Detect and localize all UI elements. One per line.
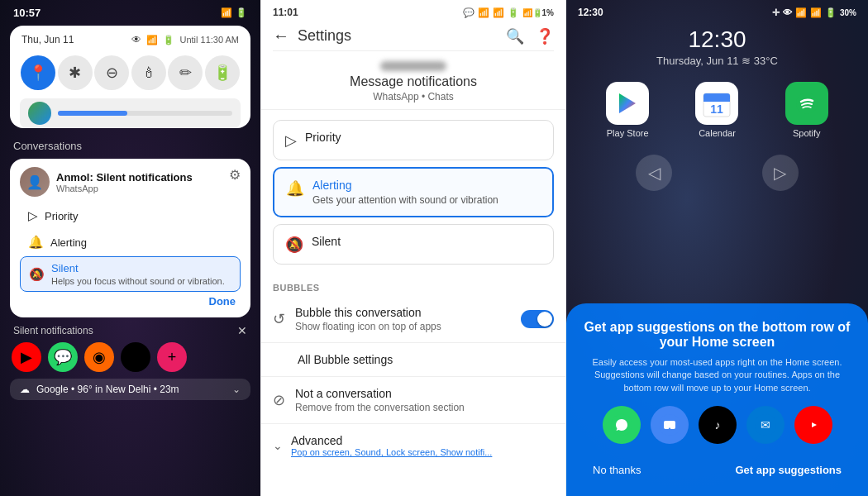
p2-bubble-title: Bubble this conversation	[295, 306, 511, 319]
p3-time-display: 12:30	[566, 26, 868, 53]
p1-date-row: Thu, Jun 11 👁 📶 🔋 Until 11:30 AM	[10, 26, 250, 50]
p2-bubble-content: Bubble this conversation Show floating i…	[295, 306, 511, 332]
p3-battery-icon: 🔋	[825, 7, 837, 18]
p2-toolbar-icons: 🔍 ❓	[506, 27, 554, 45]
done-button[interactable]: Done	[209, 295, 236, 308]
p2-not-convo-sub: Remove from the conversation section	[295, 402, 554, 413]
tile-dnd[interactable]: ⊖	[94, 55, 129, 90]
p2-battery-pct: 📶🔋1%	[522, 8, 554, 17]
avatar: 👤	[20, 167, 50, 197]
p1-done-row: Done	[20, 292, 241, 309]
panel-homescreen: 12:30 ✛ 👁 📶 📶 🔋 30% 12:30 Thursday, Jun …	[566, 0, 868, 496]
no-thanks-button[interactable]: No thanks	[583, 457, 651, 483]
p2-all-bubble-row[interactable]: All Bubble settings	[261, 343, 565, 377]
alerting-icon: 🔔	[286, 179, 304, 198]
p1-weather-bar: ☁ Google • 96° in New Delhi • 23m ⌄	[10, 379, 250, 400]
p3-suggestion-title: Get app suggestions on the bottom row of…	[583, 320, 851, 350]
p1-weather-text: Google • 96° in New Delhi • 23m	[36, 384, 179, 395]
wifi-icon: 📶	[221, 7, 232, 18]
whatsapp-status-icon: 💬	[463, 7, 475, 18]
p1-status-icons: 📶 🔋	[221, 7, 247, 18]
p2-option-priority[interactable]: ▷ Priority	[273, 120, 554, 160]
p2-silent-label: Silent	[312, 235, 341, 248]
p2-options-list: ▷ Priority 🔔 Alerting Gets your attentio…	[261, 110, 565, 274]
search-icon[interactable]: 🔍	[506, 27, 524, 45]
tile-battery[interactable]: 🔋	[205, 55, 240, 90]
chevron-down-icon: ⌄	[273, 439, 283, 452]
silent-icon: 🔕	[285, 236, 303, 254]
p2-alerting-label: Alerting	[312, 179, 498, 192]
spotify-label: Spotify	[793, 128, 821, 138]
p2-advanced-row[interactable]: ⌄ Advanced Pop on screen, Sound, Lock sc…	[261, 424, 565, 467]
sug-app-messages[interactable]	[651, 406, 689, 444]
get-suggestions-button[interactable]: Get app suggestions	[725, 457, 851, 483]
sug-app-youtube[interactable]	[794, 406, 832, 444]
p3-status-icons: ✛ 👁 📶 📶 🔋 30%	[772, 7, 856, 18]
close-icon[interactable]: ✕	[237, 324, 247, 337]
p1-option-alerting[interactable]: 🔔 Alerting	[20, 230, 241, 255]
p3-wifi-icon: 📶	[795, 7, 807, 18]
app-play-store[interactable]: Play Store	[606, 82, 649, 138]
p3-date-time: 12:30 Thursday, Jun 11 ≋ 33°C	[566, 21, 868, 75]
p1-quick-tiles: 📍 ✱ ⊖ 🕯 ✏ 🔋	[10, 50, 250, 98]
p3-app-grid: Play Store 11 Calendar	[566, 75, 868, 145]
help-icon[interactable]: ❓	[536, 27, 554, 45]
calendar-label: Calendar	[699, 128, 736, 138]
app-icon-tiktok[interactable]: ♪	[121, 342, 150, 372]
panel-settings: 11:01 💬 📶 📶 🔋 📶🔋1% ← Settings 🔍 ❓ Messag…	[260, 0, 566, 496]
app-icon-plus[interactable]: +	[157, 342, 187, 372]
p2-bubbles-label: BUBBLES	[261, 274, 565, 296]
eye-icon: 👁	[131, 34, 141, 45]
p1-until: Until 11:30 AM	[179, 35, 239, 45]
p1-play-bar	[20, 98, 241, 128]
p2-priority-label: Priority	[305, 131, 341, 144]
tile-bluetooth[interactable]: ✱	[58, 55, 93, 90]
dock-icon-right[interactable]: ▷	[762, 155, 799, 191]
p2-alerting-desc: Gets your attention with sound or vibrat…	[312, 194, 498, 206]
p1-conversation-card: 👤 Anmol: Silent notifications WhatsApp ⚙…	[10, 159, 250, 317]
p1-option-silent[interactable]: 🔕 Silent Helps you focus without sound o…	[20, 256, 241, 292]
battery-icon: 🔋	[508, 7, 519, 18]
p1-option-priority[interactable]: ▷ Priority	[20, 203, 241, 228]
bubble-toggle[interactable]	[521, 310, 554, 328]
tile-edit[interactable]: ✏	[168, 55, 203, 90]
app-icon-green[interactable]: 💬	[48, 342, 78, 372]
p2-title: Settings	[298, 27, 498, 45]
app-icon-orange[interactable]: ◉	[84, 342, 114, 372]
p2-not-convo-title: Not a conversation	[295, 387, 554, 400]
p3-date-display: Thursday, Jun 11 ≋ 33°C	[566, 55, 868, 67]
p2-toolbar: ← Settings 🔍 ❓	[261, 21, 565, 50]
p1-status-bar: 10:57 📶 🔋	[0, 0, 260, 22]
p1-main-card: Thu, Jun 11 👁 📶 🔋 Until 11:30 AM 📍 ✱ ⊖ 🕯…	[10, 26, 250, 128]
p3-action-row: No thanks Get app suggestions	[583, 457, 851, 496]
sug-app-whatsapp[interactable]	[603, 406, 641, 444]
tile-flashlight[interactable]: 🕯	[131, 55, 166, 90]
p2-header-title: Message notifications	[273, 74, 554, 89]
back-button[interactable]: ←	[273, 26, 289, 45]
p2-option-alerting[interactable]: 🔔 Alerting Gets your attention with soun…	[273, 167, 554, 217]
sug-app-outlook[interactable]: ✉	[746, 406, 785, 444]
tile-location[interactable]: 📍	[21, 55, 55, 90]
not-convo-icon: ⊘	[273, 391, 285, 409]
alerting-icon: 🔔	[28, 235, 44, 250]
expand-icon[interactable]: ⌄	[232, 384, 241, 395]
p2-not-convo-row: ⊘ Not a conversation Remove from the con…	[261, 377, 565, 424]
priority-icon: ▷	[285, 131, 297, 150]
app-spotify[interactable]: Spotify	[785, 82, 828, 138]
spotify-icon	[785, 82, 828, 125]
p1-silent-desc: Helps you focus without sound or vibrati…	[51, 276, 225, 286]
sug-app-tiktok[interactable]: ♪	[699, 406, 737, 444]
gear-icon[interactable]: ⚙	[229, 167, 241, 183]
p2-option-silent[interactable]: 🔕 Silent	[273, 224, 554, 265]
p1-app-icons-row: ▶ 💬 ◉ ♪ +	[0, 339, 260, 375]
battery-small-icon: 🔋	[163, 35, 174, 45]
app-icon-youtube[interactable]: ▶	[12, 342, 41, 372]
p1-convo-header: 👤 Anmol: Silent notifications WhatsApp ⚙	[20, 167, 241, 197]
p1-silent-notif-label: Silent notifications	[13, 325, 93, 336]
p3-signal-icon: 📶	[810, 7, 822, 18]
p1-date: Thu, Jun 11	[21, 34, 74, 45]
p3-eye-icon: 👁	[783, 7, 792, 17]
bubble-icon: ↺	[273, 310, 285, 328]
app-calendar[interactable]: 11 Calendar	[695, 82, 738, 138]
dock-icon-left[interactable]: ◁	[636, 155, 672, 191]
